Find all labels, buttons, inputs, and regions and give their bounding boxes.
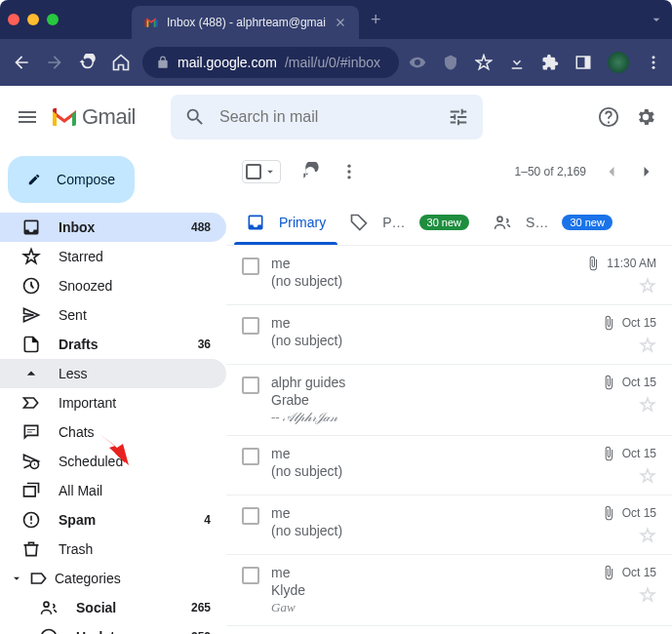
schedule-icon: [21, 452, 41, 471]
sidebar-item-categories[interactable]: Categories: [0, 564, 226, 593]
browser-tab[interactable]: Inbox (488) - alphrteam@gmai: [132, 6, 359, 39]
sidebar-item-chats[interactable]: Chats: [0, 417, 226, 447]
sidebar-item-label: Spam: [59, 512, 186, 528]
star-button[interactable]: [639, 337, 656, 354]
sidebar-item-important[interactable]: Important: [0, 388, 226, 417]
main-panel: 1–50 of 2,169 Primary P… 30 new S… 30 ne…: [226, 148, 672, 634]
email-checkbox[interactable]: [242, 376, 259, 394]
sidebar-item-label: Social: [76, 600, 174, 615]
sidebar-item-label: Sent: [59, 307, 211, 323]
svg-point-2: [652, 56, 655, 59]
window-controls: [8, 14, 59, 25]
sidebar-item-label: Trash: [59, 541, 211, 557]
email-row[interactable]: alphr guides Grabe -- 𝒜𝓁𝓅𝒽𝓇𝒥𝒶𝓃 Oct 15: [226, 365, 672, 436]
main-menu-icon[interactable]: [16, 105, 39, 129]
older-button[interactable]: [637, 162, 656, 181]
browser-menu-icon[interactable]: [645, 54, 662, 71]
close-window-button[interactable]: [8, 14, 20, 25]
star-button[interactable]: [639, 277, 656, 295]
sidebar-item-count: 4: [204, 513, 211, 527]
svg-point-15: [497, 217, 502, 221]
sidebar-item-social[interactable]: Social 265: [0, 593, 226, 622]
settings-icon[interactable]: [635, 106, 656, 128]
home-button[interactable]: [109, 51, 133, 74]
tab-social[interactable]: S… 30 new: [481, 199, 624, 245]
email-checkbox[interactable]: [242, 258, 259, 275]
minimize-window-button[interactable]: [27, 14, 39, 25]
email-checkbox[interactable]: [242, 507, 259, 525]
chevron-down-icon[interactable]: [649, 12, 664, 27]
support-icon[interactable]: [598, 106, 619, 128]
star-button[interactable]: [639, 586, 656, 604]
back-button[interactable]: [10, 51, 33, 74]
search-options-icon[interactable]: [448, 106, 469, 128]
side-panel-icon[interactable]: [574, 54, 592, 71]
select-all-checkbox[interactable]: [242, 160, 281, 183]
sidebar-item-label: Scheduled: [59, 454, 211, 469]
sidebar-item-sent[interactable]: Sent: [0, 300, 226, 330]
star-icon[interactable]: [475, 54, 493, 71]
email-row[interactable]: me (no subject) Oct 15: [226, 436, 672, 495]
new-tab-button[interactable]: +: [371, 10, 381, 30]
svg-point-3: [652, 61, 655, 64]
email-sender: alphr guides: [271, 375, 589, 390]
sidebar-item-allmail[interactable]: All Mail: [0, 476, 226, 505]
sidebar-item-inbox[interactable]: Inbox 488: [0, 213, 226, 242]
inbox-icon: [246, 213, 265, 232]
toolbar: 1–50 of 2,169: [226, 148, 672, 195]
star-button[interactable]: [639, 396, 656, 414]
browser-nav-bar: mail.google.com/mail/u/0/#inbox: [0, 39, 672, 86]
tab-title: Inbox (488) - alphrteam@gmai: [167, 16, 326, 29]
download-icon[interactable]: [508, 54, 526, 71]
extensions-icon[interactable]: [541, 54, 559, 71]
star-button[interactable]: [639, 527, 656, 544]
compose-button[interactable]: Compose: [8, 156, 135, 203]
email-row[interactable]: me (no subject) Oct 15: [226, 495, 672, 555]
star-button[interactable]: [639, 467, 656, 485]
search-bar[interactable]: [171, 95, 483, 139]
shield-icon[interactable]: [442, 54, 459, 71]
sidebar-item-updates[interactable]: Updates 352: [0, 622, 226, 634]
email-checkbox[interactable]: [242, 317, 259, 335]
email-checkbox[interactable]: [242, 567, 259, 584]
tab-primary[interactable]: Primary: [234, 199, 337, 245]
sidebar-item-scheduled[interactable]: Scheduled: [0, 447, 226, 476]
email-row[interactable]: me (no subject) 11:30 AM: [226, 246, 672, 305]
sidebar-item-drafts[interactable]: Drafts 36: [0, 330, 226, 359]
sidebar-item-spam[interactable]: Spam 4: [0, 505, 226, 535]
email-row[interactable]: me Klyde Gaw Oct 15: [226, 555, 672, 626]
forward-button[interactable]: [43, 51, 66, 74]
sidebar-item-snoozed[interactable]: Snoozed: [0, 271, 226, 300]
close-tab-icon[interactable]: [334, 16, 347, 29]
eye-icon[interactable]: [409, 54, 426, 71]
info-icon: [39, 627, 59, 634]
email-subject: (no subject): [271, 273, 573, 289]
maximize-window-button[interactable]: [47, 14, 59, 25]
refresh-button[interactable]: [300, 162, 320, 181]
email-sender: me: [271, 565, 589, 580]
sidebar-item-trash[interactable]: Trash: [0, 535, 226, 564]
profile-avatar[interactable]: [608, 52, 629, 73]
email-checkbox[interactable]: [242, 448, 259, 465]
search-input[interactable]: [219, 108, 434, 126]
email-subject: (no subject): [271, 333, 589, 348]
email-date: 11:30 AM: [607, 257, 656, 270]
gmail-logo[interactable]: Gmail: [51, 104, 136, 130]
pencil-icon: [27, 170, 41, 189]
newer-button[interactable]: [602, 162, 621, 181]
compose-label: Compose: [57, 172, 115, 187]
tab-promotions[interactable]: P… 30 new: [337, 199, 481, 245]
caret-icon: [10, 569, 23, 588]
sidebar-item-starred[interactable]: Starred: [0, 242, 226, 271]
lock-icon: [156, 56, 170, 69]
sidebar-item-less[interactable]: Less: [0, 359, 226, 388]
gmail-logo-text: Gmail: [82, 104, 136, 130]
spam-icon: [21, 510, 41, 530]
svg-point-4: [652, 66, 655, 69]
gmail-favicon: [143, 15, 159, 30]
email-row[interactable]: me (no subject) Oct 15: [226, 305, 672, 365]
reload-button[interactable]: [76, 51, 99, 74]
more-button[interactable]: [339, 162, 359, 181]
address-bar[interactable]: mail.google.com/mail/u/0/#inbox: [142, 47, 399, 78]
sidebar-item-label: All Mail: [59, 483, 211, 498]
